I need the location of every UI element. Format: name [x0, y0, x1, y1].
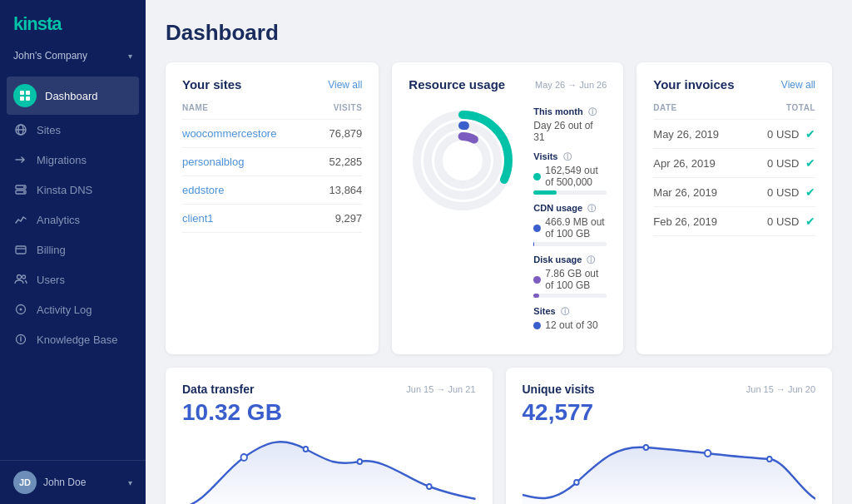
svg-point-16	[20, 309, 22, 311]
billing-icon	[13, 242, 28, 257]
user-name: John Doe	[43, 477, 86, 488]
invoice-amount-cell: 0 USD ✔	[747, 120, 815, 149]
stat-disk: Disk usage ⓘ 7.86 GB out of 100 GB	[533, 254, 607, 298]
company-selector[interactable]: John's Company ▾	[0, 45, 146, 73]
sites-icon	[13, 122, 28, 137]
disk-value: 7.86 GB out of 100 GB	[533, 268, 607, 291]
resource-card-title: Resource usage	[409, 77, 505, 91]
col-date: DATE	[653, 103, 746, 120]
site-visits-cell: 9,297	[315, 205, 362, 233]
disk-dot	[533, 276, 541, 284]
cdn-progress	[533, 242, 607, 246]
unique-visits-chart	[523, 432, 816, 504]
site-link[interactable]: personalblog	[182, 156, 244, 168]
svg-rect-1	[26, 91, 30, 95]
check-icon: ✔	[805, 215, 815, 228]
sidebar-nav: Dashboard Sites Migrations	[0, 73, 146, 460]
table-row: eddstore 13,864	[182, 176, 362, 205]
sidebar-item-label: Knowledge Base	[37, 334, 118, 346]
sites-view-all-link[interactable]: View all	[328, 79, 362, 91]
invoice-amount-cell: 0 USD ✔	[747, 149, 815, 178]
site-name-cell: personalblog	[182, 148, 315, 176]
svg-point-9	[23, 186, 25, 188]
svg-point-19	[20, 336, 21, 337]
sidebar-item-sites[interactable]: Sites	[0, 115, 146, 145]
chart-point	[574, 480, 579, 485]
chevron-down-icon: ▾	[128, 52, 132, 61]
resource-card: Resource usage May 26 → Jun 26	[392, 62, 623, 354]
table-row: May 26, 2019 0 USD ✔	[653, 120, 815, 149]
table-row: Apr 26, 2019 0 USD ✔	[653, 149, 815, 178]
unique-visits-date: Jun 15 → Jun 20	[746, 384, 815, 394]
col-visits: VISITS	[315, 103, 362, 120]
col-total: TOTAL	[747, 103, 815, 120]
data-transfer-date: Jun 15 → Jun 21	[406, 384, 475, 394]
data-transfer-card: Data transfer Jun 15 → Jun 21 10.32 GB	[166, 368, 493, 504]
resource-date-range: May 26 → Jun 26	[535, 80, 607, 90]
sidebar-item-knowledge-base[interactable]: Knowledge Base	[0, 324, 146, 354]
cdn-progress-fill	[533, 242, 534, 246]
site-link[interactable]: client1	[182, 212, 214, 225]
user-area[interactable]: JD John Doe ▾	[0, 460, 146, 504]
company-name: John's Company	[13, 50, 87, 62]
sidebar-item-users[interactable]: Users	[0, 264, 146, 294]
visits-label: Visits ⓘ	[533, 151, 607, 163]
invoice-amount-cell: 0 USD ✔	[747, 178, 815, 207]
unique-visits-value: 42,577	[523, 399, 816, 426]
info-icon: ⓘ	[561, 307, 569, 316]
info-icon: ⓘ	[587, 255, 595, 264]
donut-chart	[409, 106, 517, 215]
site-link[interactable]: eddstore	[182, 184, 225, 196]
site-link[interactable]: woocommercestore	[182, 127, 276, 140]
site-visits-cell: 13,864	[315, 176, 362, 205]
data-transfer-title: Data transfer	[182, 383, 254, 396]
unique-visits-card: Unique visits Jun 15 → Jun 20 42,577	[506, 368, 833, 504]
info-icon: ⓘ	[587, 204, 596, 213]
sidebar-item-billing[interactable]: Billing	[0, 235, 146, 264]
chart-point	[704, 450, 710, 457]
svg-rect-3	[26, 96, 30, 101]
sidebar-item-migrations[interactable]: Migrations	[0, 145, 146, 175]
svg-point-10	[23, 191, 25, 193]
table-row: Mar 26, 2019 0 USD ✔	[653, 178, 815, 207]
invoices-view-all-link[interactable]: View all	[781, 79, 815, 91]
col-name: NAME	[182, 103, 315, 120]
sidebar-item-analytics[interactable]: Analytics	[0, 205, 146, 235]
user-info: JD John Doe	[13, 471, 86, 494]
this-month-label: This month ⓘ	[533, 106, 607, 118]
sidebar-item-label: Billing	[37, 244, 66, 256]
stat-visits: Visits ⓘ 162,549 out of 500,000	[533, 151, 607, 195]
sidebar-item-dashboard[interactable]: Dashboard	[7, 77, 139, 115]
migrations-icon	[13, 152, 28, 167]
invoice-date-cell: Feb 26, 2019	[653, 207, 746, 236]
this-month-value: Day 26 out of 31	[533, 120, 607, 143]
stat-this-month: This month ⓘ Day 26 out of 31	[533, 106, 607, 143]
sites-stat-label: Sites ⓘ	[533, 306, 607, 318]
sidebar-item-label: Activity Log	[37, 304, 92, 316]
sidebar-item-label: Users	[37, 274, 65, 286]
svg-point-24	[438, 136, 487, 185]
chart-point	[304, 447, 309, 452]
info-icon: ⓘ	[563, 152, 572, 161]
svg-rect-2	[20, 96, 24, 101]
sites-stat-value: 12 out of 30	[533, 319, 607, 331]
sidebar-item-activity-log[interactable]: Activity Log	[0, 294, 146, 324]
resource-card-header: Resource usage May 26 → Jun 26	[409, 77, 607, 91]
donut-svg	[409, 106, 517, 215]
sidebar-item-kinsta-dns[interactable]: Kinsta DNS	[0, 175, 146, 205]
disk-progress-fill	[533, 294, 539, 298]
activity-log-icon	[13, 302, 28, 317]
sidebar: kinsta John's Company ▾ Dashboard	[0, 0, 146, 504]
check-icon: ✔	[805, 127, 815, 141]
sites-card-title: Your sites	[182, 77, 241, 91]
site-name-cell: client1	[182, 205, 315, 233]
logo-area: kinsta	[0, 0, 146, 45]
svg-rect-11	[16, 246, 26, 254]
sites-table: NAME VISITS woocommercestore 76,879 pers…	[182, 103, 362, 233]
knowledge-base-icon	[13, 332, 28, 347]
chart-point	[241, 454, 247, 461]
site-visits-cell: 76,879	[315, 120, 362, 148]
data-transfer-value: 10.32 GB	[182, 399, 476, 426]
invoice-table: DATE TOTAL May 26, 2019 0 USD ✔ Apr 26, …	[653, 103, 815, 236]
sites-card: Your sites View all NAME VISITS woocomme…	[166, 62, 379, 354]
